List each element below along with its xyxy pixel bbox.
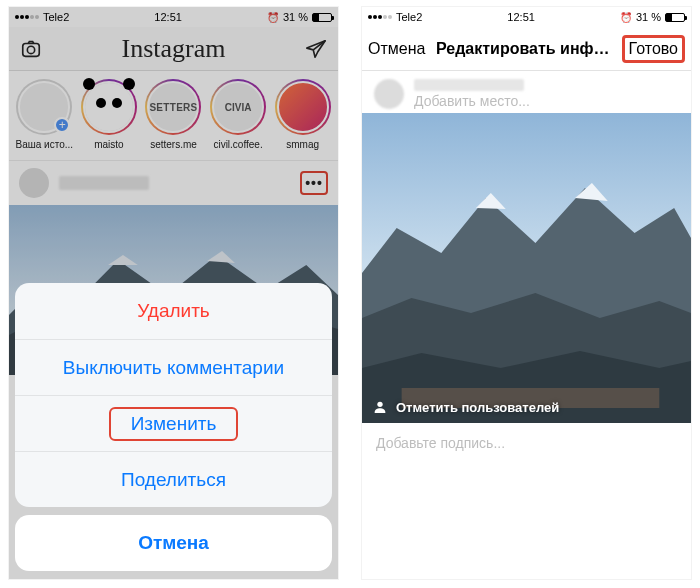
battery-percent: 31 % <box>636 11 661 23</box>
cancel-button[interactable]: Отмена <box>368 40 425 58</box>
action-share[interactable]: Поделиться <box>15 451 332 507</box>
highlight-box: Изменить <box>109 407 239 441</box>
tag-users-label: Отметить пользователей <box>396 400 559 415</box>
signal-dots-icon <box>368 15 392 19</box>
action-edit[interactable]: Изменить <box>15 395 332 451</box>
right-phone-screen: Tele2 12:51 ⏰ 31 % Отмена Редактировать … <box>361 6 692 580</box>
status-bar: Tele2 12:51 ⏰ 31 % <box>362 7 691 27</box>
username-blurred <box>414 79 524 91</box>
avatar <box>374 79 404 109</box>
action-sheet-overlay: Удалить Выключить комментарии Изменить П… <box>9 7 338 579</box>
edit-header: Отмена Редактировать информа... Готово <box>362 27 691 71</box>
person-icon <box>372 399 388 415</box>
status-left: Tele2 <box>368 11 422 23</box>
action-cancel[interactable]: Отмена <box>15 515 332 571</box>
edit-title: Редактировать информа... <box>436 40 611 58</box>
location-input[interactable]: Добавить место... <box>414 93 530 109</box>
battery-icon <box>665 13 685 22</box>
left-phone-screen: Tele2 12:51 ⏰ 31 % Instagram + Ваша исто… <box>8 6 339 580</box>
status-time: 12:51 <box>507 11 535 23</box>
status-right: ⏰ 31 % <box>620 11 685 23</box>
location-row[interactable]: Добавить место... <box>362 71 691 113</box>
alarm-icon: ⏰ <box>620 12 632 23</box>
carrier-label: Tele2 <box>396 11 422 23</box>
tag-users-button[interactable]: Отметить пользователей <box>372 399 559 415</box>
svg-point-14 <box>377 402 382 407</box>
action-sheet: Удалить Выключить комментарии Изменить П… <box>15 283 332 507</box>
action-disable-comments[interactable]: Выключить комментарии <box>15 339 332 395</box>
done-label: Готово <box>629 40 678 57</box>
post-image[interactable] <box>362 113 691 423</box>
action-delete[interactable]: Удалить <box>15 283 332 339</box>
caption-input[interactable]: Добавьте подпись... <box>362 423 691 463</box>
post-image-wrap: Отметить пользователей <box>362 113 691 423</box>
done-button[interactable]: Готово <box>622 35 685 63</box>
